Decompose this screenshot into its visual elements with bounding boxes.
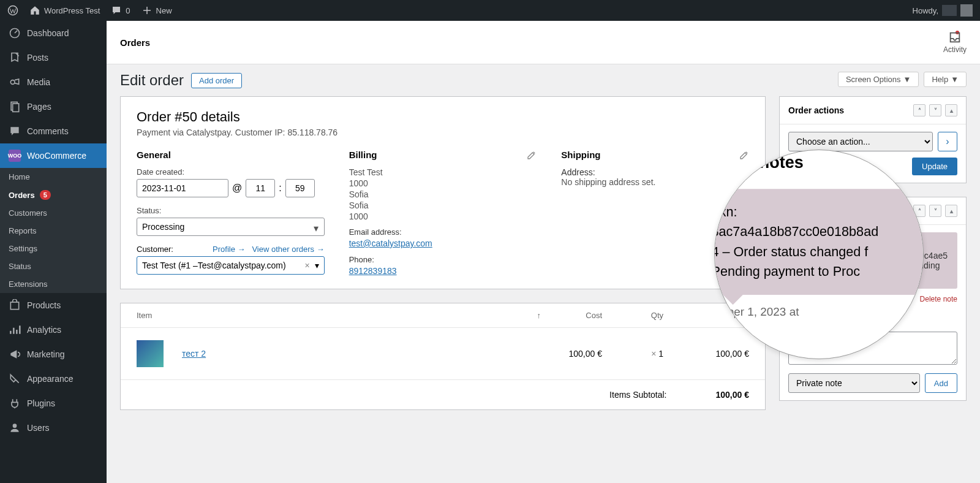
avatar (960, 4, 973, 17)
panel-down-icon[interactable]: ˅ (929, 104, 941, 116)
sidebar-item-products[interactable]: Products (0, 293, 107, 318)
sidebar-item-woocommerce[interactable]: WOOWooCommerce (0, 143, 107, 168)
item-cost: 100,00 € (541, 349, 602, 359)
sidebar-item-plugins[interactable]: Plugins (0, 391, 107, 416)
hour-input[interactable] (246, 179, 275, 197)
screen-options-button[interactable]: Screen Options ▼ (838, 72, 919, 87)
minute-input[interactable] (285, 179, 315, 197)
sidebar-label: Media (27, 77, 50, 87)
note-type-select[interactable]: Private note (788, 373, 920, 393)
comments-bubble[interactable]: 0 (111, 5, 130, 16)
sidebar-label: Orders (9, 191, 35, 200)
sidebar-sub-settings[interactable]: Settings (0, 240, 107, 257)
sidebar-sub-customers[interactable]: Customers (0, 204, 107, 222)
site-name[interactable]: WordPress Test (29, 5, 100, 16)
sidebar-label: Posts (27, 53, 48, 63)
sidebar-item-analytics[interactable]: Analytics (0, 318, 107, 342)
pencil-icon[interactable] (739, 150, 749, 160)
product-thumbnail (137, 340, 164, 367)
action-select[interactable]: Choose an action... (788, 132, 933, 151)
new-content[interactable]: New (141, 5, 172, 16)
customer-value: Test Test (#1 –Test@catalystpay.com) (142, 261, 286, 270)
howdy-name-redacted (942, 5, 957, 16)
panel-down-icon[interactable]: ˅ (929, 205, 941, 217)
subtotal-label: Items Subtotal: (609, 390, 666, 400)
sidebar-label: Dashboard (27, 28, 69, 38)
sidebar-item-appearance[interactable]: Appearance (0, 367, 107, 391)
view-other-orders-link[interactable]: View other orders → (252, 245, 324, 254)
item-total: 100,00 € (663, 349, 749, 359)
sidebar-sub-home[interactable]: Home (0, 168, 107, 186)
sidebar-item-comments[interactable]: Comments (0, 119, 107, 143)
sidebar-sub-extensions[interactable]: Extensions (0, 275, 107, 293)
activity-label: Activity (943, 45, 967, 54)
sidebar-item-pages[interactable]: Pages (0, 94, 107, 119)
billing-city1: Sofia (349, 189, 537, 199)
profile-link[interactable]: Profile → (213, 245, 245, 254)
at-sign: @ (232, 183, 242, 194)
subtotal-value: 100,00 € (716, 390, 750, 400)
sidebar-item-marketing[interactable]: Marketing (0, 342, 107, 367)
site-name-label: WordPress Test (44, 6, 100, 15)
sidebar-label: WooCommerce (27, 151, 86, 161)
howdy[interactable]: Howdy, (913, 4, 973, 17)
magnifier-overlay: 5 Order notes Txn: 8ac7a4a18b87cc0e018b8… (714, 150, 924, 359)
help-button[interactable]: Help ▼ (924, 72, 967, 87)
customer-label: Customer: (137, 245, 173, 254)
sidebar-label: Appearance (27, 374, 74, 384)
wp-logo[interactable] (7, 5, 18, 16)
sidebar-item-users[interactable]: Users (0, 416, 107, 440)
order-title: Order #50 details (137, 109, 749, 125)
svg-rect-5 (10, 302, 18, 310)
sidebar-item-posts[interactable]: Posts (0, 45, 107, 70)
col-qty: Qty (602, 311, 663, 320)
shipping-address-label: Address: (561, 167, 749, 177)
sidebar-label: Plugins (27, 398, 55, 408)
heading: Edit order (120, 72, 184, 89)
customer-select[interactable]: Test Test (#1 –Test@catalystpay.com) ×▾ (137, 256, 325, 275)
sidebar-label: Marketing (27, 349, 64, 359)
clear-customer-icon[interactable]: × (304, 261, 309, 270)
panel-toggle-icon[interactable]: ▴ (945, 205, 957, 217)
qty-x: × (651, 349, 656, 359)
svg-point-0 (9, 6, 18, 15)
chevron-down-icon: ▾ (315, 261, 319, 270)
sidebar-sub-status[interactable]: Status (0, 257, 107, 275)
sidebar-item-dashboard[interactable]: Dashboard (0, 21, 107, 45)
date-label: Date created: (137, 167, 325, 177)
email-label: Email address: (349, 227, 537, 237)
add-order-button[interactable]: Add order (191, 73, 242, 88)
page-title: Orders (120, 37, 150, 48)
delete-note-link[interactable]: Delete note (920, 295, 957, 303)
order-actions-heading: Order actions (788, 105, 844, 115)
pencil-icon[interactable] (527, 150, 537, 160)
product-link[interactable]: тест 2 (182, 349, 206, 359)
activity-button[interactable]: Activity (943, 31, 967, 54)
email-link[interactable]: test@catalystpay.com (349, 238, 432, 248)
sidebar-sub-reports[interactable]: Reports (0, 222, 107, 240)
sidebar-sub-orders[interactable]: Orders5 (0, 186, 107, 204)
date-input[interactable] (137, 179, 228, 197)
phone-label: Phone: (349, 255, 537, 264)
phone-link[interactable]: 8912839183 (349, 266, 397, 276)
update-button[interactable]: Update (912, 158, 957, 175)
billing-heading: Billing (349, 150, 377, 160)
woocommerce-icon: WOO (9, 150, 21, 162)
status-label: Status: (137, 206, 325, 215)
billing-name: Test Test (349, 167, 537, 177)
orders-badge: 5 (40, 190, 51, 200)
apply-action-button[interactable]: › (938, 132, 957, 151)
general-heading: General (137, 150, 325, 160)
svg-rect-4 (13, 104, 19, 112)
add-note-button[interactable]: Add (925, 373, 957, 393)
panel-toggle-icon[interactable]: ▴ (945, 104, 957, 116)
panel-up-icon[interactable]: ˄ (913, 104, 925, 116)
status-select[interactable]: Processing (137, 218, 325, 236)
inbox-icon (948, 31, 962, 44)
col-item: Item (137, 311, 467, 320)
sort-icon[interactable]: ↑ (467, 311, 541, 320)
sidebar-item-media[interactable]: Media (0, 70, 107, 94)
sidebar-label: Products (27, 300, 61, 310)
billing-zip2: 1000 (349, 211, 537, 221)
new-label: New (156, 6, 172, 15)
